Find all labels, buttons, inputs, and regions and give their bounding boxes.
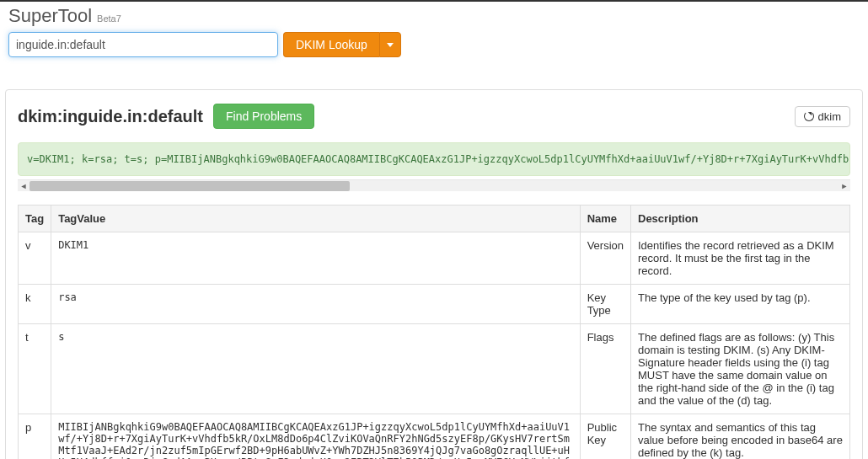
cell-name: Public Key [580,414,630,460]
result-panel: dkim:inguide.in:default Find Problems dk… [5,89,863,459]
table-row: k rsa Key Type The type of the key used … [19,285,850,324]
scroll-left-icon[interactable]: ◄ [18,180,29,192]
scroll-right-icon[interactable]: ► [839,180,850,192]
chevron-down-icon [387,43,394,47]
table-header-row: Tag TagValue Name Description [19,205,850,232]
table-row: t s Flags The defined flags are as follo… [19,324,850,414]
lookup-button-group: DKIM Lookup [283,32,401,57]
record-scrollbar[interactable]: ◄ ► [18,179,850,191]
dkim-record-box: v=DKIM1; k=rsa; t=s; p=MIIBIjANBgkqhkiG9… [18,142,850,176]
find-problems-button[interactable]: Find Problems [213,104,314,129]
cell-name: Flags [580,324,630,414]
cell-desc: The defined flags are as follows: (y) Th… [631,324,850,414]
panel-head: dkim:inguide.in:default Find Problems dk… [18,104,850,129]
scroll-thumb[interactable] [29,181,350,191]
result-title: dkim:inguide.in:default [18,107,203,126]
cell-tag: t [19,324,51,414]
cell-tag: v [19,232,51,285]
cell-name: Version [580,232,630,285]
th-description: Description [631,205,850,232]
cell-tagvalue: DKIM1 [51,232,580,285]
lookup-dropdown-toggle[interactable] [379,32,401,57]
table-row: v DKIM1 Version Identifies the record re… [19,232,850,285]
panel-head-left: dkim:inguide.in:default Find Problems [18,104,314,129]
th-name: Name [580,205,630,232]
dkim-tag-table: Tag TagValue Name Description v DKIM1 Ve… [18,205,850,459]
cell-desc: The type of the key used by tag (p). [631,285,850,324]
search-row: DKIM Lookup [8,32,860,57]
brand-beta: Beta7 [97,13,121,24]
cell-desc: The syntax and semantics of this tag val… [631,414,850,460]
refresh-label: dkim [818,110,841,123]
th-tagvalue: TagValue [51,205,580,232]
refresh-icon [804,111,814,121]
dkim-lookup-button[interactable]: DKIM Lookup [283,32,379,57]
refresh-dkim-button[interactable]: dkim [795,106,850,127]
cell-tagvalue: s [51,324,580,414]
brand: SuperTool Beta7 [8,5,860,27]
dkim-record-text: v=DKIM1; k=rsa; t=s; p=MIIBIjANBgkqhkiG9… [19,143,849,175]
cell-tag: p [19,414,51,460]
cell-tag: k [19,285,51,324]
brand-title: SuperTool [8,5,92,27]
cell-tagvalue: rsa [51,285,580,324]
cell-name: Key Type [580,285,630,324]
th-tag: Tag [19,205,51,232]
table-row: p MIIBIjANBgkqhkiG9w0BAQEFAAOCAQ8AMIIBCg… [19,414,850,460]
search-input[interactable] [8,32,278,57]
topbar: SuperTool Beta7 DKIM Lookup [0,0,868,66]
cell-desc: Identifies the record retrieved as a DKI… [631,232,850,285]
cell-tagvalue: MIIBIjANBgkqhkiG9w0BAQEFAAOCAQ8AMIIBCgKC… [51,414,580,460]
